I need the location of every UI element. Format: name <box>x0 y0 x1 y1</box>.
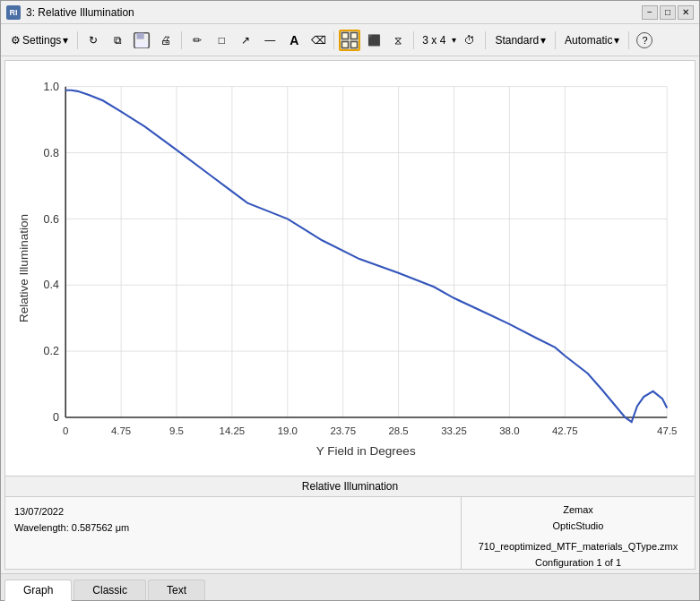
standard-chevron-icon: ▾ <box>540 34 546 47</box>
product-label: OpticStudio <box>471 519 686 535</box>
brand-label: Zemax <box>471 502 686 519</box>
minimize-button[interactable]: − <box>642 5 658 20</box>
line-icon: — <box>264 34 275 47</box>
main-content: Relative Illumination <box>4 60 696 570</box>
grid-button[interactable] <box>339 30 360 51</box>
clock-icon: ⏱ <box>464 34 475 47</box>
export-button[interactable]: ⬛ <box>363 30 385 51</box>
copy-button[interactable]: ⧉ <box>107 30 128 51</box>
toolbar: ⚙ Settings ▾ ↻ ⧉ 🖨 ✏ <box>1 24 699 56</box>
layers-icon: ⧖ <box>394 34 402 47</box>
tab-classic[interactable]: Classic <box>73 580 146 600</box>
save-button[interactable] <box>131 30 152 51</box>
svg-text:14.25: 14.25 <box>220 425 246 436</box>
svg-rect-6 <box>351 41 358 47</box>
pencil-icon: ✏ <box>193 34 202 47</box>
svg-text:Relative Illumination: Relative Illumination <box>17 214 30 322</box>
tab-text[interactable]: Text <box>148 580 205 600</box>
chart-svg: Relative Illumination <box>14 70 686 467</box>
help-button[interactable]: ? <box>634 30 655 51</box>
info-left: 13/07/2022 Wavelength: 0.587562 μm <box>5 497 462 569</box>
svg-text:9.5: 9.5 <box>169 425 184 436</box>
chart-area: Relative Illumination <box>5 61 695 476</box>
tab-bar: Graph Classic Text <box>1 573 699 600</box>
svg-text:0.8: 0.8 <box>44 147 59 159</box>
svg-rect-4 <box>351 32 358 39</box>
delete-tool-button[interactable]: ⌫ <box>307 30 329 51</box>
eraser-icon: ⌫ <box>311 34 326 47</box>
info-title: Relative Illumination <box>5 477 695 497</box>
automatic-chevron-icon: ▾ <box>614 34 619 47</box>
svg-rect-3 <box>342 32 349 39</box>
config-label: Configuration 1 of 1 <box>471 555 686 570</box>
arrow-icon: ↗ <box>241 34 250 47</box>
close-button[interactable]: ✕ <box>678 5 694 20</box>
svg-rect-2 <box>135 41 148 47</box>
automatic-dropdown[interactable]: Automatic ▾ <box>560 31 624 49</box>
sep2 <box>181 31 182 49</box>
info-right: Zemax OpticStudio 710_reoptimized_MTF_ma… <box>462 497 695 569</box>
info-panel: Relative Illumination 13/07/2022 Wavelen… <box>5 476 695 569</box>
title-bar-controls: − □ ✕ <box>642 5 694 20</box>
date-label: 13/07/2022 <box>14 504 452 520</box>
text-tool-button[interactable]: A <box>283 30 305 51</box>
svg-text:0.6: 0.6 <box>44 213 59 226</box>
text-icon: A <box>290 33 298 47</box>
svg-text:1.0: 1.0 <box>44 81 59 93</box>
print-button[interactable]: 🖨 <box>155 30 177 51</box>
export-icon: ⬛ <box>367 34 381 47</box>
rectangle-tool-button[interactable]: □ <box>211 30 232 51</box>
info-body: 13/07/2022 Wavelength: 0.587562 μm Zemax… <box>5 497 695 569</box>
svg-text:Y Field in Degrees: Y Field in Degrees <box>316 444 416 458</box>
settings-icon: ⚙ <box>11 34 21 47</box>
svg-text:33.25: 33.25 <box>441 425 467 436</box>
svg-text:0: 0 <box>53 411 59 424</box>
settings-label: Settings <box>22 34 61 47</box>
grid-size-chevron-icon[interactable]: ▾ <box>452 35 456 45</box>
maximize-button[interactable]: □ <box>660 5 676 20</box>
filename-label: 710_reoptimized_MTF_materials_QType.zmx <box>471 539 686 555</box>
title-bar-left: RI 3: Relative Illumination <box>6 5 134 20</box>
window-title: 3: Relative Illumination <box>26 6 134 19</box>
svg-text:0.4: 0.4 <box>44 279 59 291</box>
main-window: RI 3: Relative Illumination − □ ✕ ⚙ Sett… <box>0 0 700 601</box>
automatic-label: Automatic <box>565 34 612 47</box>
sep7 <box>628 31 629 49</box>
sep4 <box>413 31 414 49</box>
title-bar: RI 3: Relative Illumination − □ ✕ <box>1 1 699 24</box>
svg-rect-5 <box>342 41 349 47</box>
sep3 <box>333 31 334 49</box>
window-icon: RI <box>6 5 21 20</box>
help-icon: ? <box>636 32 652 48</box>
svg-text:47.5: 47.5 <box>657 425 677 436</box>
sep6 <box>555 31 556 49</box>
reload-icon: ↻ <box>89 34 98 47</box>
reload-button[interactable]: ↻ <box>82 30 104 51</box>
timer-button[interactable]: ⏱ <box>459 30 480 51</box>
line-tool-button[interactable]: — <box>259 30 281 51</box>
sep1 <box>77 31 78 49</box>
grid-size-label: 3 x 4 <box>419 34 449 47</box>
edit-button[interactable]: ✏ <box>186 30 208 51</box>
save-icon <box>132 30 151 50</box>
rectangle-icon: □ <box>219 34 225 47</box>
svg-text:23.75: 23.75 <box>330 425 356 436</box>
svg-rect-7 <box>14 73 686 464</box>
svg-text:38.0: 38.0 <box>499 425 519 436</box>
print-icon: 🖨 <box>160 34 171 47</box>
standard-label: Standard <box>495 34 539 47</box>
svg-rect-1 <box>137 32 144 39</box>
svg-text:28.5: 28.5 <box>388 425 408 436</box>
settings-chevron-icon: ▾ <box>63 34 68 47</box>
svg-text:19.0: 19.0 <box>278 425 298 436</box>
arrow-tool-button[interactable]: ↗ <box>235 30 256 51</box>
standard-dropdown[interactable]: Standard ▾ <box>490 31 550 49</box>
layers-button[interactable]: ⧖ <box>387 30 409 51</box>
svg-text:0.2: 0.2 <box>44 345 59 357</box>
svg-text:0: 0 <box>63 425 68 436</box>
svg-text:4.75: 4.75 <box>111 425 131 436</box>
settings-dropdown[interactable]: ⚙ Settings ▾ <box>6 31 73 49</box>
grid-icon <box>341 31 359 49</box>
tab-graph[interactable]: Graph <box>4 580 72 601</box>
wavelength-label: Wavelength: 0.587562 μm <box>14 520 452 537</box>
